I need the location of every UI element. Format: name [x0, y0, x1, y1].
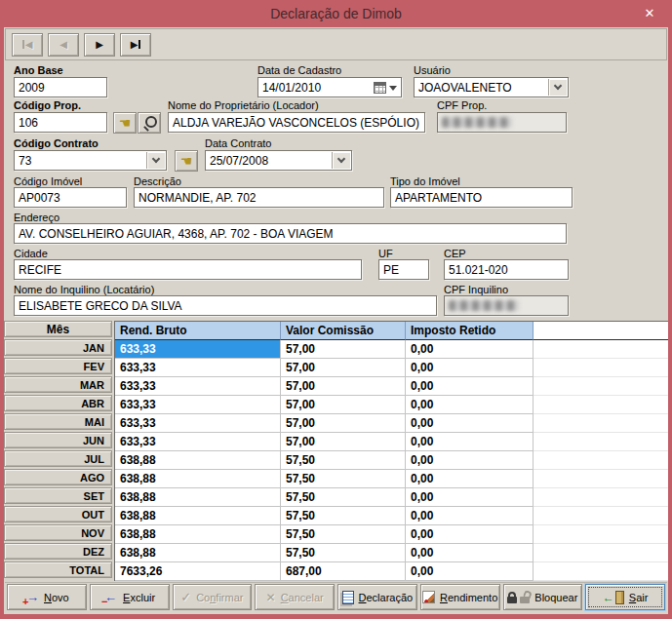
cell-mai-rend[interactable]: 633,33 — [115, 414, 281, 433]
codigo-contrato-dropdown-button[interactable] — [146, 152, 165, 169]
cpf-inquilino-label: CPF Inquilino — [444, 284, 508, 295]
chevron-down-icon — [554, 82, 562, 90]
excluir-label: Excluir — [123, 592, 155, 603]
col-header-rend-bruto[interactable]: Rend. Bruto — [115, 322, 281, 340]
cell-ago-imposto[interactable]: 0,00 — [406, 470, 534, 488]
cell-mai-imposto[interactable]: 0,00 — [406, 414, 534, 433]
cep-field[interactable]: 51.021-020 — [444, 259, 569, 280]
excluir-button[interactable]: ← − Excluir — [90, 584, 170, 610]
cell-ago-comissao[interactable]: 57,50 — [281, 470, 406, 488]
tipo-imovel-field[interactable]: APARTAMENTO — [390, 187, 573, 208]
cell-out-imposto[interactable]: 0,00 — [406, 507, 534, 525]
cell-mar-imposto[interactable]: 0,00 — [406, 377, 534, 396]
col-header-valor-comissao[interactable]: Valor Comissão — [281, 322, 406, 340]
data-cadastro-value: 14/01/2010 — [262, 81, 321, 95]
cell-jul-rend[interactable]: 638,88 — [115, 451, 281, 470]
cell-out-comissao[interactable]: 57,50 — [281, 507, 406, 525]
cell-dez-rend[interactable]: 638,88 — [115, 544, 281, 562]
cell-nov-comissao[interactable]: 57,50 — [281, 525, 406, 544]
novo-icon: → + — [24, 591, 39, 603]
cpf-inquilino-masked-value — [449, 300, 519, 311]
pick-proprietario-button[interactable]: ☚ — [113, 112, 137, 134]
data-cadastro-field[interactable]: 14/01/2010 — [257, 77, 402, 97]
nav-next-icon: ▶ — [96, 39, 103, 50]
codigo-prop-field[interactable]: 106 — [14, 112, 107, 133]
endereco-label: Endereço — [14, 212, 59, 223]
endereco-field[interactable]: AV. CONSELHEIRO AGUIAR, 4368, AP. 702 - … — [14, 223, 567, 244]
row-filler — [534, 433, 668, 451]
dimob-window: Declaração de Dimob ✕ ◀ ◀ ▶ ▶ Ano Base 2… — [0, 0, 672, 619]
data-contrato-dropdown-button[interactable] — [332, 152, 350, 169]
search-proprietario-button[interactable] — [138, 112, 161, 134]
codigo-contrato-combo[interactable]: 73 — [14, 150, 167, 171]
cidade-field[interactable]: RECIFE — [14, 259, 362, 280]
cell-mar-comissao[interactable]: 57,00 — [281, 377, 406, 396]
cell-dez-imposto[interactable]: 0,00 — [406, 544, 534, 562]
month-cell-ago: AGO — [4, 469, 112, 485]
declaracao-button[interactable]: Declaração — [337, 584, 417, 610]
cell-jun-imposto[interactable]: 0,00 — [406, 433, 534, 451]
nav-prev-button[interactable]: ◀ — [48, 33, 79, 57]
check-icon: ✓ — [180, 590, 191, 604]
descricao-label: Descrição — [134, 175, 181, 187]
cell-set-rend[interactable]: 638,88 — [115, 488, 281, 507]
cell-jul-imposto[interactable]: 0,00 — [406, 451, 534, 470]
data-cadastro-label: Data de Cadastro — [257, 64, 341, 76]
cell-out-rend[interactable]: 638,88 — [115, 507, 281, 525]
data-contrato-combo[interactable]: 25/07/2008 — [205, 150, 352, 171]
cell-dez-comissao[interactable]: 57,50 — [281, 544, 406, 562]
cell-abr-rend[interactable]: 633,33 — [115, 396, 281, 414]
x-mark-icon: ✕ — [266, 591, 276, 604]
date-picker-controls[interactable] — [374, 82, 397, 94]
codigo-imovel-field[interactable]: AP0073 — [14, 187, 127, 208]
nome-proprietario-field[interactable]: ALDJA VAREJÃO VASCONCELOS (ESPÓLIO) — [168, 112, 425, 133]
cell-ago-rend[interactable]: 638,88 — [115, 470, 281, 488]
nav-next-button[interactable]: ▶ — [84, 33, 115, 57]
novo-button[interactable]: → + Novo — [7, 584, 87, 610]
row-filler — [534, 544, 668, 562]
cell-mar-rend[interactable]: 633,33 — [115, 377, 281, 396]
cell-set-comissao[interactable]: 57,50 — [281, 488, 406, 507]
pick-contrato-button[interactable]: ☚ — [175, 150, 198, 172]
nome-inquilino-field[interactable]: ELISABETE GRECO DA SILVA — [14, 295, 437, 316]
cell-abr-imposto[interactable]: 0,00 — [406, 396, 534, 414]
cell-fev-imposto[interactable]: 0,00 — [406, 359, 534, 377]
month-cell-out: OUT — [4, 506, 112, 522]
cell-nov-imposto[interactable]: 0,00 — [406, 525, 534, 544]
close-icon[interactable]: ✕ — [633, 0, 666, 25]
cell-jun-rend[interactable]: 633,33 — [115, 433, 281, 451]
ano-base-label: Ano Base — [14, 64, 63, 76]
usuario-value: JOAOVALENETO — [418, 81, 512, 95]
bloquear-button[interactable]: Bloquear — [503, 584, 583, 610]
nav-last-button[interactable]: ▶ — [120, 33, 151, 57]
cell-jan-comissao[interactable]: 57,00 — [281, 340, 406, 359]
ano-base-field[interactable]: 2009 — [14, 77, 107, 97]
cell-mai-comissao[interactable]: 57,00 — [281, 414, 406, 433]
usuario-combo[interactable]: JOAOVALENETO — [414, 77, 569, 97]
nav-first-button[interactable]: ◀ — [12, 33, 43, 57]
cpf-prop-field[interactable] — [437, 112, 567, 133]
col-header-imposto-retido[interactable]: Imposto Retido — [406, 322, 534, 340]
cell-set-imposto[interactable]: 0,00 — [406, 488, 534, 507]
usuario-dropdown-button[interactable] — [548, 79, 567, 96]
cancelar-button[interactable]: ✕ Cancelar — [255, 584, 335, 610]
uf-field[interactable]: PE — [378, 259, 429, 280]
closed-padlock-icon — [507, 597, 517, 603]
cell-fev-rend[interactable]: 633,33 — [115, 359, 281, 377]
cell-nov-rend[interactable]: 638,88 — [115, 525, 281, 544]
padlock-icons — [507, 591, 530, 603]
sair-button[interactable]: ← Sair — [585, 584, 665, 610]
cell-jan-imposto[interactable]: 0,00 — [406, 340, 534, 359]
cell-jul-comissao[interactable]: 57,50 — [281, 451, 406, 470]
month-cell-fev: FEV — [4, 358, 112, 374]
cell-jun-comissao[interactable]: 57,00 — [281, 433, 406, 451]
cell-jan-rend-selected[interactable]: 633,33 — [115, 340, 281, 359]
cpf-inquilino-field[interactable] — [444, 295, 569, 316]
data-contrato-value: 25/07/2008 — [210, 154, 268, 168]
cpf-prop-label: CPF Prop. — [437, 99, 487, 111]
descricao-field[interactable]: NORMANDIE, AP. 702 — [134, 187, 384, 208]
cell-fev-comissao[interactable]: 57,00 — [281, 359, 406, 377]
rendimento-button[interactable]: Rendimento — [420, 584, 500, 610]
cell-abr-comissao[interactable]: 57,00 — [281, 396, 406, 414]
confirmar-button[interactable]: ✓ Confirmar — [173, 584, 253, 610]
